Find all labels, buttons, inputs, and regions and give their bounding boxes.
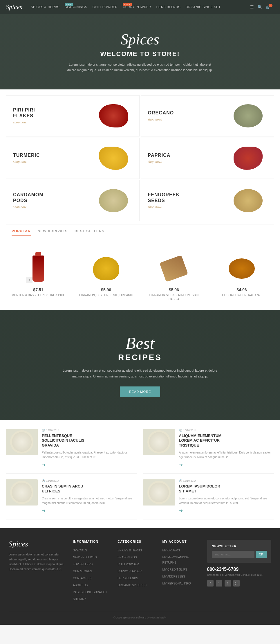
footer-cat-herb-blends[interactable]: HERB BLENDS (118, 575, 156, 580)
popular-card-1[interactable]: $5.96 CINNAMON, CEYLON, TRUE, ORGANIC (74, 250, 139, 304)
blog-text-3: Lorem ipsum dolor sit amet, consectetur … (179, 496, 274, 506)
spice-name: CARDAMOMPODS (13, 192, 95, 203)
footer-link-top-sellers[interactable]: TOP SELLERS (73, 561, 112, 566)
newsletter-title: NEWSLETTER (212, 544, 267, 548)
header: Spices SPICES & HERBS NEW SEASONINGS CHI… (0, 0, 280, 14)
nav-icons: ☰ 🔍 🛒0 (250, 5, 274, 9)
newsletter-submit-button[interactable]: OK (256, 551, 267, 558)
spice-card-fenugreek[interactable]: FENUGREEKSEEDS shop now! (141, 180, 274, 221)
spice-image (229, 144, 267, 173)
search-icon[interactable]: 🔍 (257, 5, 262, 9)
facebook-icon[interactable]: f (207, 580, 214, 587)
sticks-visual (160, 255, 188, 282)
pinterest-icon[interactable]: p (225, 580, 231, 587)
plate-visual (10, 430, 33, 454)
shop-now-link[interactable]: shop now! (13, 160, 95, 164)
popular-card-0[interactable]: $7.51 MORTON & BASSETT PICKLING SPICE (6, 250, 71, 304)
footer-my-orders[interactable]: MY ORDERS (162, 547, 201, 553)
new-badge: NEW (65, 3, 73, 6)
footer-cat-seasonings[interactable]: SEASONINGS (118, 554, 156, 560)
nav-herb-blends[interactable]: HERB BLENDS (156, 5, 180, 9)
recipes-title: RECIPES (12, 353, 268, 362)
footer-link-pages-config[interactable]: PAGES CONFIGURATION (73, 589, 112, 594)
spice-card-oregano[interactable]: OREGANO shop now! (141, 95, 274, 136)
clock-icon: 🕐 (42, 479, 45, 482)
footer-link-new-products[interactable]: NEW PRODUCTS (73, 554, 112, 560)
nav-organic-spice[interactable]: ORGANIC SPICE SET (186, 5, 221, 9)
copyright-text: © 2016 Spicestour, software by PrestaSho… (113, 616, 167, 619)
popular-card-2[interactable]: $5.96 CINNAMON STICKS, A INDONESIAN CASS… (142, 250, 207, 304)
footer-personal-info[interactable]: MY PERSONAL INFO (162, 580, 201, 586)
hero-text: Lorem ipsum dolor sit amet conse ctetur … (65, 62, 216, 73)
spice-card-info: FENUGREEKSEEDS shop now! (148, 192, 230, 209)
cart-icon[interactable]: 🛒0 (266, 5, 274, 9)
footer-merchandise-returns[interactable]: MY MERCHANDISE RETURNS (162, 554, 201, 565)
blog-arrow-3[interactable]: ➜ (179, 508, 274, 513)
footer-link-contact[interactable]: CONTACT US (73, 575, 112, 580)
clock-icon: 🕐 (179, 479, 182, 482)
footer-link-about[interactable]: ABOUT US (73, 582, 112, 587)
product-name: COCOA POWDER, NATURAL (222, 293, 261, 297)
turmeric-visual (99, 147, 128, 170)
menu-icon[interactable]: ☰ (250, 5, 254, 9)
twitter-icon[interactable]: t (216, 580, 222, 587)
blog-card-0: 🕐 13/10/2014 PELLENTESQUESOLLICITUDIN IA… (6, 429, 137, 474)
newsletter-email-input[interactable] (212, 551, 254, 558)
footer: Spices Lorem ipsum dolor sit amet consec… (0, 528, 280, 625)
spice-cards-section: PIRI PIRIFLAKES shop now! OREGANO shop n… (0, 89, 280, 250)
blog-title-1: ALIQUAM ELEMENTUMLOREM AC EFFICITURTRIST… (179, 433, 274, 448)
product-image (158, 253, 190, 285)
nav-curry-powder[interactable]: SALE CURRY POWDER (123, 5, 151, 9)
tab-new-arrivals[interactable]: NEW ARRIVALS (38, 229, 68, 236)
plate-visual (10, 481, 33, 504)
nav-spices-herbs[interactable]: SPICES & HERBS (31, 5, 59, 9)
spice-card-paprika[interactable]: PAPRICA shop now! (141, 138, 274, 179)
footer-cat-spices[interactable]: SPICES & HERBS (118, 547, 156, 553)
footer-cat-curry[interactable]: CURRY POWDER (118, 568, 156, 573)
spice-card-cardamom[interactable]: CARDAMOMPODS shop now! (6, 180, 140, 221)
footer-address: Cras tortor elit, vehicula velit Congue,… (207, 573, 271, 577)
hero-script-title: Spices (121, 31, 159, 48)
blog-arrow-1[interactable]: ➜ (179, 462, 274, 467)
footer-link-specials[interactable]: SPECIALS (73, 547, 112, 553)
footer-logo: Spices (9, 540, 67, 548)
footer-link-sitemap[interactable]: SITEMAP (73, 596, 112, 601)
spice-name: FENUGREEKSEEDS (148, 192, 230, 203)
blog-image-1 (143, 429, 175, 455)
footer-cat-organic[interactable]: ORGANIC SPICE SET (118, 582, 156, 587)
shop-now-link[interactable]: shop now! (13, 120, 95, 125)
shop-now-link[interactable]: shop now! (13, 205, 95, 209)
footer-cat-chili[interactable]: CHILI POWDER (118, 561, 156, 566)
product-image (90, 253, 122, 285)
popular-card-3[interactable]: $4.96 COCOA POWDER, NATURAL (209, 250, 274, 304)
footer-account-list: MY ORDERS MY MERCHANDISE RETURNS MY CRED… (162, 547, 201, 586)
shop-now-link[interactable]: shop now! (148, 117, 230, 122)
product-price: $4.96 (237, 287, 247, 292)
gplus-icon[interactable]: g+ (233, 580, 240, 587)
tab-best-sellers[interactable]: BEST SELLERS (75, 229, 104, 236)
blog-arrow-0[interactable]: ➜ (42, 462, 137, 467)
site-logo[interactable]: Spices (6, 3, 22, 11)
footer-addresses[interactable]: MY ADDRESSES (162, 573, 201, 579)
spice-card-turmeric[interactable]: TURMERIC shop now! (6, 138, 140, 179)
plate-visual (147, 430, 171, 454)
blog-image-2 (6, 479, 38, 506)
spice-image (229, 101, 267, 130)
footer-about-text: Lorem ipsum dolor sit amet consectetur a… (9, 552, 67, 572)
footer-credit-slips[interactable]: MY CREDIT SLIPS (162, 566, 201, 572)
product-tabs-section: POPULAR NEW ARRIVALS BEST SELLERS (6, 224, 274, 239)
product-price: $5.96 (169, 287, 179, 292)
nav-seasonings[interactable]: NEW SEASONINGS (65, 5, 87, 9)
blog-date-3: 🕐 13/10/2014 (179, 479, 274, 482)
prev-arrow-button[interactable]: ‹ (26, 277, 32, 283)
footer-link-our-stores[interactable]: OUR STORES (73, 568, 112, 573)
shop-now-link[interactable]: shop now! (148, 160, 230, 164)
blog-arrow-2[interactable]: ➜ (42, 508, 137, 513)
nav-chili-powder[interactable]: CHILI POWDER (93, 5, 118, 9)
read-more-button[interactable]: READ MORE (120, 386, 160, 397)
recipes-section: Best RECIPES Lorem ipsum dolor sit amet … (0, 310, 280, 420)
footer-information: INFORMATION SPECIALS NEW PRODUCTS TOP SE… (73, 540, 112, 603)
tab-popular[interactable]: POPULAR (12, 229, 31, 236)
spice-card-piri[interactable]: PIRI PIRIFLAKES shop now! (6, 95, 140, 136)
shop-now-link[interactable]: shop now! (148, 205, 230, 209)
